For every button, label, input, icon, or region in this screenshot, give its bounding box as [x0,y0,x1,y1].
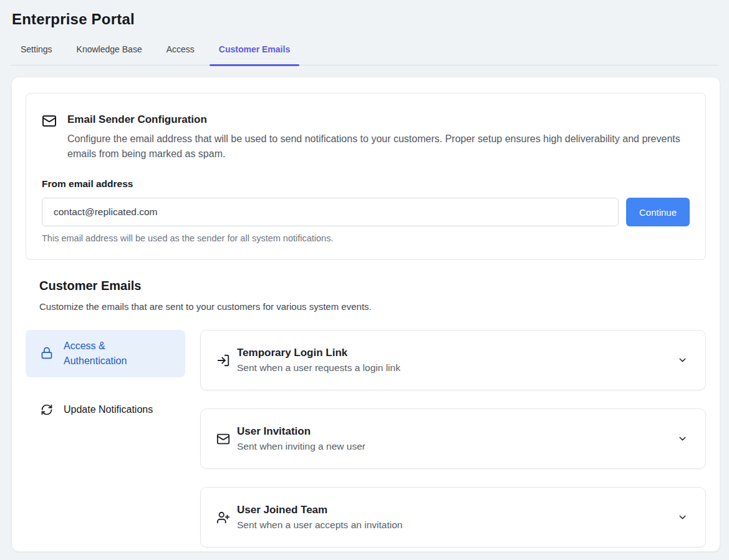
tab-access[interactable]: Access [157,37,204,65]
template-subtitle: Sent when a user accepts an invitation [237,519,402,531]
chevron-down-icon[interactable] [677,355,688,365]
sidebar-item-update-notifications[interactable]: Update Notifications [26,395,185,425]
template-title: User Invitation [237,425,365,438]
mail-icon [216,432,230,446]
email-category-sidebar: Access & Authentication Update Notificat… [26,330,185,548]
sidebar-item-label: Access & Authentication [64,339,163,369]
mail-icon [42,113,57,128]
sender-config-title: Email Sender Configuration [67,112,682,126]
login-icon [216,354,230,367]
sidebar-item-access-authentication[interactable]: Access & Authentication [26,330,185,377]
email-template-list: Temporary Login Link Sent when a user re… [200,330,706,548]
template-subtitle: Sent when a user requests a login link [237,362,400,374]
template-subtitle: Sent when inviting a new user [237,441,365,452]
tab-knowledge-base[interactable]: Knowledge Base [67,37,152,65]
lock-icon [41,347,53,359]
sender-config-description: Configure the email address that will be… [67,132,682,162]
continue-button[interactable]: Continue [626,198,690,226]
page-header: Enterprise Portal [0,0,729,28]
user-plus-icon [216,511,230,524]
customer-emails-subtitle: Customize the emails that are sent to yo… [39,301,706,312]
tab-customer-emails[interactable]: Customer Emails [210,37,299,65]
customer-emails-title: Customer Emails [39,279,706,293]
page-title: Enterprise Portal [12,11,729,28]
tab-bar: Settings Knowledge Base Access Customer … [11,37,719,65]
tab-settings[interactable]: Settings [11,37,62,65]
sender-helper-text: This email address will be used as the s… [42,233,690,243]
main-panel: Email Sender Configuration Configure the… [11,77,720,552]
template-title: Temporary Login Link [237,347,400,359]
email-template-temporary-login-link[interactable]: Temporary Login Link Sent when a user re… [200,330,706,390]
email-template-user-joined-team[interactable]: User Joined Team Sent when a user accept… [200,487,706,548]
email-template-user-invitation[interactable]: User Invitation Sent when inviting a new… [200,408,706,469]
from-email-label: From email address [42,178,690,190]
email-sender-config-card: Email Sender Configuration Configure the… [26,93,706,260]
template-title: User Joined Team [237,504,402,516]
chevron-down-icon[interactable] [677,512,688,523]
from-email-input[interactable] [42,198,619,226]
refresh-icon [41,403,53,416]
chevron-down-icon[interactable] [677,433,688,444]
sidebar-item-label: Update Notifications [64,403,153,416]
